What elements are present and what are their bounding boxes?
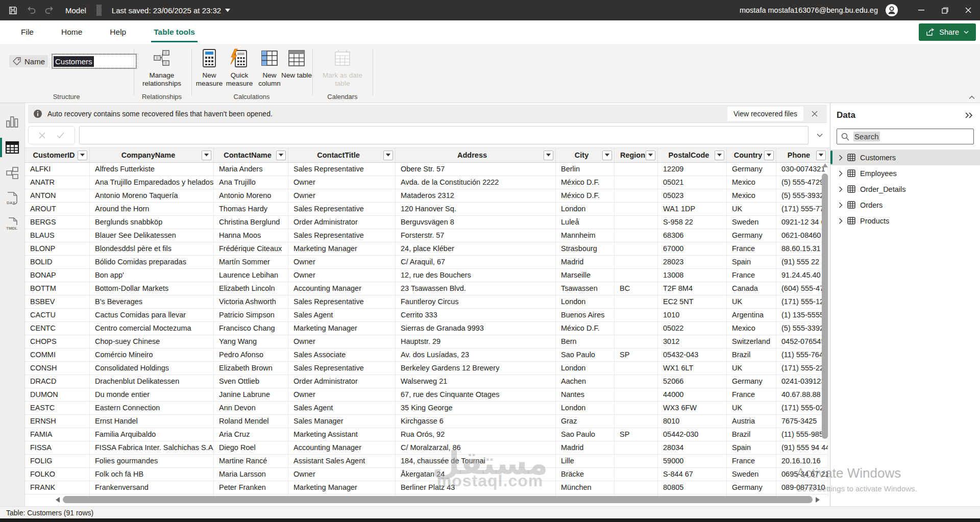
table-cell[interactable]: (5) 555-3392 [776, 322, 828, 335]
table-cell[interactable]: Åkergatan 24 [396, 468, 556, 481]
table-cell[interactable]: Order Administrator [288, 216, 396, 229]
table-cell[interactable]: Avda. de la Constitución 2222 [396, 176, 556, 189]
table-cell[interactable]: UK [727, 295, 776, 309]
scroll-right-icon[interactable] [816, 497, 820, 503]
table-cell[interactable]: Bon app' [90, 269, 214, 282]
table-cell[interactable]: Blauer See Delikatessen [90, 229, 214, 242]
table-cell[interactable]: Ann Devon [214, 402, 288, 415]
table-cell[interactable]: Drachenblut Delikatessen [90, 375, 214, 388]
table-cell[interactable]: Sales Representative [288, 203, 396, 216]
table-cell[interactable] [615, 295, 658, 309]
table-cell[interactable]: 28034 [658, 441, 727, 455]
horizontal-scroll-thumb[interactable] [63, 496, 813, 503]
table-cell[interactable]: FISSA Fabrica Inter. Salchichas S.A. [90, 441, 214, 455]
table-cell[interactable]: 12, rue des Bouchers [396, 269, 556, 282]
collapse-pane-icon[interactable] [965, 112, 974, 118]
table-cell[interactable]: Sierras de Granada 9993 [396, 322, 556, 335]
table-cell[interactable]: London [556, 295, 615, 309]
manage-relationships-button[interactable]: Manage relationships [134, 48, 190, 88]
table-cell[interactable]: Obere Str. 57 [396, 163, 556, 176]
table-cell[interactable]: Mexico [727, 176, 776, 189]
table-cell[interactable]: WX3 6FW [658, 402, 727, 415]
table-cell[interactable]: Hauptstr. 29 [396, 335, 556, 349]
table-cell[interactable]: Owner [288, 189, 396, 203]
table-cell[interactable]: México D.F. [556, 176, 615, 189]
filter-icon[interactable] [78, 151, 87, 160]
table-cell[interactable]: Antonio Moreno [214, 189, 288, 203]
table-cell[interactable] [615, 176, 658, 189]
table-cell[interactable]: 1010 [658, 309, 727, 322]
table-cell[interactable]: T2F 8M4 [658, 282, 727, 295]
table-cell[interactable]: Mataderos 2312 [396, 189, 556, 203]
table-cell[interactable]: Bern [556, 335, 615, 349]
table-cell[interactable]: UK [727, 203, 776, 216]
table-cell[interactable]: Sales Representative [288, 229, 396, 242]
tmdl-view-button[interactable]: TMDL [0, 211, 24, 237]
table-cell[interactable]: Ana Trujillo [214, 176, 288, 189]
table-cell[interactable] [615, 269, 658, 282]
view-recovered-files-button[interactable]: View recovered files [727, 107, 803, 121]
table-cell[interactable]: Antonio Moreno Taquería [90, 189, 214, 203]
table-cell[interactable]: CACTU [25, 309, 90, 322]
table-name-input[interactable]: Customers [52, 54, 136, 68]
table-cell[interactable]: Accounting Manager [288, 282, 396, 295]
table-cell[interactable]: (5) 555-3932 [776, 189, 828, 203]
table-cell[interactable]: Germany [727, 481, 776, 494]
table-cell[interactable]: Graz [556, 415, 615, 428]
table-cell[interactable]: (171) 555-1212 [776, 295, 828, 309]
vertical-scrollbar[interactable] [821, 163, 828, 449]
table-cell[interactable]: Ana Trujillo Emparedados y helados [90, 176, 214, 189]
table-cell[interactable]: Mexico [727, 189, 776, 203]
save-icon[interactable] [7, 5, 18, 16]
table-cell[interactable] [615, 322, 658, 335]
table-cell[interactable]: 20.16.10.16 [776, 455, 828, 468]
table-cell[interactable]: 184, chaussée de Tournai [396, 455, 556, 468]
table-cell[interactable]: 0452-076545 [776, 335, 828, 349]
table-cell[interactable]: Luleå [556, 216, 615, 229]
filter-icon[interactable] [816, 151, 826, 160]
table-cell[interactable]: Sweden [727, 468, 776, 481]
table-cell[interactable] [615, 242, 658, 256]
table-cell[interactable]: Fauntleroy Circus [396, 295, 556, 309]
tab-home[interactable]: Home [47, 20, 96, 44]
table-cell[interactable]: WX1 6LT [658, 362, 727, 375]
filter-icon[interactable] [764, 151, 774, 160]
data-item-products[interactable]: Products [830, 213, 980, 229]
filter-icon[interactable] [602, 151, 612, 160]
table-cell[interactable] [615, 362, 658, 375]
chevron-right-icon[interactable] [839, 170, 843, 177]
last-saved[interactable]: Last saved: 23/06/2025 at 23:32 [112, 6, 230, 15]
table-cell[interactable]: Tsawassen [556, 282, 615, 295]
table-cell[interactable]: C/ Araquil, 67 [396, 256, 556, 269]
table-cell[interactable]: Peter Franken [214, 481, 288, 494]
column-header-city[interactable]: City [556, 148, 615, 162]
table-cell[interactable]: BOLID [25, 256, 90, 269]
table-cell[interactable]: 05021 [658, 176, 727, 189]
table-cell[interactable]: UK [727, 362, 776, 375]
table-cell[interactable]: 120 Hanover Sq. [396, 203, 556, 216]
table-cell[interactable]: Aachen [556, 375, 615, 388]
vertical-scroll-thumb[interactable] [822, 173, 828, 439]
table-cell[interactable]: BLONP [25, 242, 90, 256]
table-cell[interactable]: Comércio Mineiro [90, 349, 214, 362]
table-cell[interactable]: Janine Labrune [214, 388, 288, 402]
table-cell[interactable]: ANATR [25, 176, 90, 189]
table-cell[interactable]: EASTC [25, 402, 90, 415]
table-cell[interactable]: Victoria Ashworth [214, 295, 288, 309]
table-cell[interactable] [615, 335, 658, 349]
table-cell[interactable]: 05023 [658, 189, 727, 203]
table-cell[interactable]: Switzerland [727, 335, 776, 349]
chevron-right-icon[interactable] [839, 202, 843, 208]
table-cell[interactable]: Sales Representative [288, 295, 396, 309]
table-cell[interactable]: Owner [288, 256, 396, 269]
table-cell[interactable]: Elizabeth Lincoln [214, 282, 288, 295]
table-cell[interactable]: Martín Sommer [214, 256, 288, 269]
table-cell[interactable]: Aria Cruz [214, 428, 288, 441]
table-cell[interactable]: DRACD [25, 375, 90, 388]
column-header-phone[interactable]: Phone [776, 148, 828, 162]
table-cell[interactable]: CENTC [25, 322, 90, 335]
formula-input[interactable] [79, 126, 808, 144]
table-cell[interactable]: FRANK [25, 481, 90, 494]
table-cell[interactable]: 28023 [658, 256, 727, 269]
table-cell[interactable]: BONAP [25, 269, 90, 282]
